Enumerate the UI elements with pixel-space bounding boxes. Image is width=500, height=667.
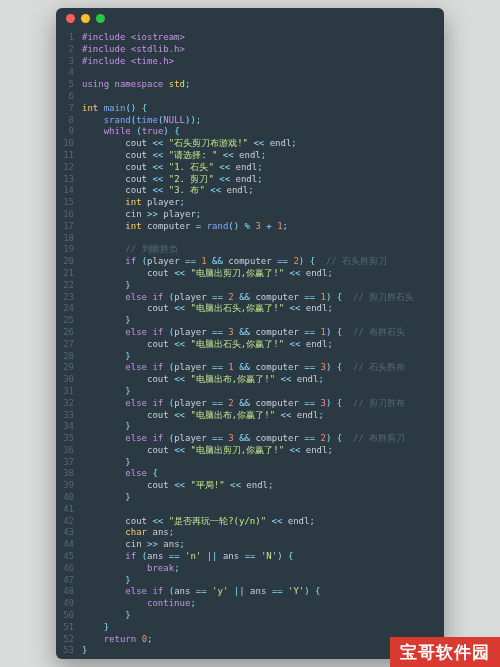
line-number: 49: [56, 598, 82, 610]
code-content: cout << "电脑出布,你赢了!" << endl;: [82, 374, 444, 386]
code-area: 1#include <iostream>2#include <stdlib.h>…: [56, 28, 444, 659]
line-number: 5: [56, 79, 82, 91]
line-number: 16: [56, 209, 82, 221]
code-line: 36 cout << "电脑出剪刀,你赢了!" << endl;: [56, 445, 444, 457]
code-content: }: [82, 610, 444, 622]
code-content: }: [82, 492, 444, 504]
line-number: 14: [56, 185, 82, 197]
line-number: 38: [56, 468, 82, 480]
code-content: [82, 91, 444, 103]
code-line: 52 return 0;: [56, 634, 444, 646]
maximize-dot-icon[interactable]: [96, 14, 105, 23]
line-number: 35: [56, 433, 82, 445]
line-number: 26: [56, 327, 82, 339]
code-line: 18: [56, 233, 444, 245]
code-line: 41: [56, 504, 444, 516]
line-number: 52: [56, 634, 82, 646]
code-line: 35 else if (player == 3 && computer == 2…: [56, 433, 444, 445]
code-content: cin >> ans;: [82, 539, 444, 551]
line-number: 3: [56, 56, 82, 68]
line-number: 53: [56, 645, 82, 657]
line-number: 20: [56, 256, 82, 268]
line-number: 44: [56, 539, 82, 551]
code-line: 49 continue;: [56, 598, 444, 610]
code-line: 15 int player;: [56, 197, 444, 209]
minimize-dot-icon[interactable]: [81, 14, 90, 23]
code-content: }: [82, 457, 444, 469]
code-line: 42 cout << "是否再玩一轮?(y/n)" << endl;: [56, 516, 444, 528]
line-number: 30: [56, 374, 82, 386]
code-line: 10 cout << "石头剪刀布游戏!" << endl;: [56, 138, 444, 150]
line-number: 51: [56, 622, 82, 634]
code-line: 11 cout << "请选择: " << endl;: [56, 150, 444, 162]
code-content: #include <iostream>: [82, 32, 444, 44]
code-line: 5using namespace std;: [56, 79, 444, 91]
code-content: else if (player == 3 && computer == 2) {…: [82, 433, 444, 445]
code-line: 21 cout << "电脑出剪刀,你赢了!" << endl;: [56, 268, 444, 280]
code-content: // 判断胜负: [82, 244, 444, 256]
code-content: while (true) {: [82, 126, 444, 138]
code-content: int computer = rand() % 3 + 1;: [82, 221, 444, 233]
code-content: cout << "2. 剪刀" << endl;: [82, 174, 444, 186]
line-number: 17: [56, 221, 82, 233]
watermark-badge: 宝哥软件园: [390, 637, 500, 667]
code-line: 4: [56, 67, 444, 79]
code-line: 23 else if (player == 2 && computer == 1…: [56, 292, 444, 304]
code-content: }: [82, 280, 444, 292]
line-number: 31: [56, 386, 82, 398]
code-content: }: [82, 575, 444, 587]
line-number: 43: [56, 527, 82, 539]
code-line: 51 }: [56, 622, 444, 634]
line-number: 2: [56, 44, 82, 56]
code-line: 39 cout << "平局!" << endl;: [56, 480, 444, 492]
code-content: cout << "电脑出石头,你赢了!" << endl;: [82, 339, 444, 351]
code-line: 13 cout << "2. 剪刀" << endl;: [56, 174, 444, 186]
code-line: 50 }: [56, 610, 444, 622]
code-content: int player;: [82, 197, 444, 209]
line-number: 33: [56, 410, 82, 422]
code-content: [82, 67, 444, 79]
code-line: 2#include <stdlib.h>: [56, 44, 444, 56]
line-number: 15: [56, 197, 82, 209]
code-line: 7int main() {: [56, 103, 444, 115]
code-content: break;: [82, 563, 444, 575]
line-number: 34: [56, 421, 82, 433]
code-line: 16 cin >> player;: [56, 209, 444, 221]
line-number: 46: [56, 563, 82, 575]
code-content: [82, 504, 444, 516]
line-number: 36: [56, 445, 82, 457]
code-content: #include <stdlib.h>: [82, 44, 444, 56]
code-line: 46 break;: [56, 563, 444, 575]
code-content: srand(time(NULL));: [82, 115, 444, 127]
code-line: 31 }: [56, 386, 444, 398]
code-line: 12 cout << "1. 石头" << endl;: [56, 162, 444, 174]
code-content: int main() {: [82, 103, 444, 115]
line-number: 40: [56, 492, 82, 504]
close-dot-icon[interactable]: [66, 14, 75, 23]
code-content: [82, 233, 444, 245]
code-line: 17 int computer = rand() % 3 + 1;: [56, 221, 444, 233]
code-content: using namespace std;: [82, 79, 444, 91]
code-content: }: [82, 421, 444, 433]
line-number: 18: [56, 233, 82, 245]
line-number: 1: [56, 32, 82, 44]
code-content: else if (player == 1 && computer == 3) {…: [82, 362, 444, 374]
line-number: 9: [56, 126, 82, 138]
line-number: 42: [56, 516, 82, 528]
line-number: 12: [56, 162, 82, 174]
code-line: 38 else {: [56, 468, 444, 480]
code-line: 28 }: [56, 351, 444, 363]
line-number: 45: [56, 551, 82, 563]
code-line: 9 while (true) {: [56, 126, 444, 138]
code-content: cout << "请选择: " << endl;: [82, 150, 444, 162]
code-line: 48 else if (ans == 'y' || ans == 'Y') {: [56, 586, 444, 598]
code-content: cout << "电脑出剪刀,你赢了!" << endl;: [82, 445, 444, 457]
code-line: 3#include <time.h>: [56, 56, 444, 68]
line-number: 13: [56, 174, 82, 186]
code-content: cout << "电脑出布,你赢了!" << endl;: [82, 410, 444, 422]
code-line: 33 cout << "电脑出布,你赢了!" << endl;: [56, 410, 444, 422]
code-line: 29 else if (player == 1 && computer == 3…: [56, 362, 444, 374]
code-editor-window: 1#include <iostream>2#include <stdlib.h>…: [56, 8, 444, 659]
code-content: }: [82, 622, 444, 634]
code-content: else {: [82, 468, 444, 480]
